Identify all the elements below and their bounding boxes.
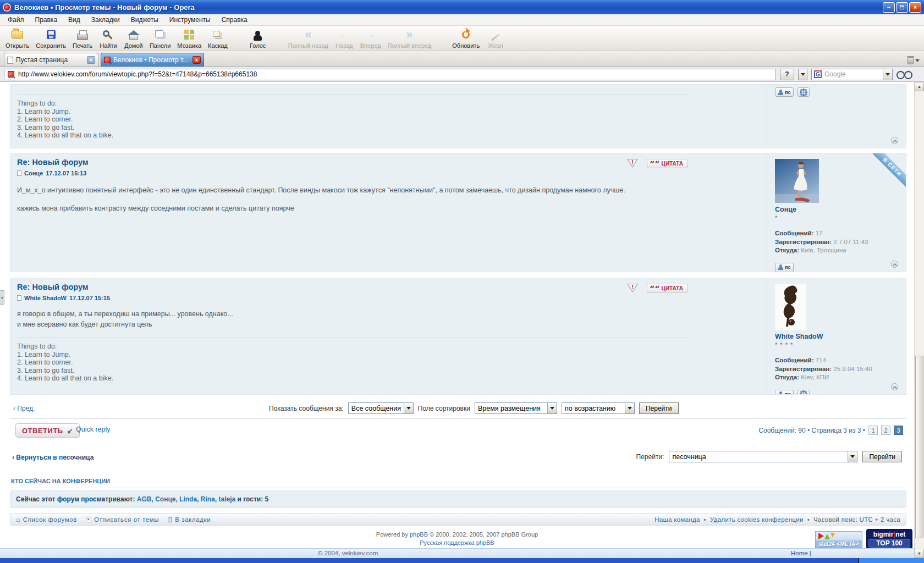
forward-icon xyxy=(365,29,376,40)
who-is-online-panel: Сейчас этот форум просматривают: AGB, Со… xyxy=(10,490,906,508)
forum-list-link[interactable]: ⌂ Список форумов xyxy=(16,515,77,523)
main-toolbar: Открыть Сохранить Печать Найти Домой Пан… xyxy=(0,26,924,51)
toolbar-print-button[interactable]: Печать xyxy=(69,27,96,49)
post-doc-icon[interactable] xyxy=(17,295,21,301)
toolbar-find-button[interactable]: Найти xyxy=(96,27,121,49)
jump-go-button[interactable]: Перейти xyxy=(862,451,902,462)
previous-page-link[interactable]: Пред. xyxy=(13,405,35,412)
voice-icon xyxy=(255,31,260,36)
scroll-down-icon[interactable]: ▼ xyxy=(915,549,924,558)
timezone-text: Часовой пояс: UTC + 2 часа xyxy=(813,516,900,523)
team-link[interactable]: Наша команда xyxy=(654,516,700,523)
taskbar-edge xyxy=(0,558,924,563)
title-bar: Велокиев • Просмотр темы - Новый форум -… xyxy=(0,0,924,14)
quote-button[interactable]: ““ ЦИТАТА xyxy=(647,284,688,293)
toolbar-open-button[interactable]: Открыть xyxy=(2,27,32,49)
phpbb-support-link[interactable]: Русская поддержка phpBB xyxy=(420,539,494,546)
back-to-top-icon[interactable] xyxy=(891,261,898,268)
back-to-top-icon[interactable] xyxy=(891,137,898,144)
toolbar-panels-button[interactable]: Панели xyxy=(146,27,174,49)
tab-close-icon[interactable]: × xyxy=(87,56,95,64)
site-home-link[interactable]: Home | xyxy=(791,550,811,556)
toolbar-voice-button[interactable]: Голос xyxy=(245,27,271,49)
poster-name-link[interactable]: White ShadoW xyxy=(775,333,906,340)
report-post-button[interactable]: ! xyxy=(627,284,638,293)
chevron-down-icon[interactable] xyxy=(625,403,634,413)
report-post-button[interactable]: ! xyxy=(627,159,638,168)
address-bar: http://www.velokiev.com/forum/viewtopic.… xyxy=(0,67,924,82)
closed-tabs-trash-icon[interactable] xyxy=(908,57,914,64)
pm-button[interactable]: пс xyxy=(775,87,794,97)
quote-icon: ““ xyxy=(650,163,659,167)
icq-button[interactable] xyxy=(798,390,810,395)
who-online-users-links[interactable]: AGB, Сонце, Linda, Rina, taleja xyxy=(137,495,235,503)
menu-bookmarks[interactable]: Закладки xyxy=(86,15,125,25)
page-1-link[interactable]: 1 xyxy=(868,426,878,435)
scrollbar-thumb[interactable] xyxy=(915,356,923,538)
return-to-forum-link[interactable]: Вернуться в песочница xyxy=(12,454,94,461)
address-dropdown-button[interactable] xyxy=(798,69,807,80)
poster-profile: пс xyxy=(767,85,906,148)
pm-button[interactable]: пс xyxy=(775,390,794,395)
help-button[interactable]: ? xyxy=(780,69,794,80)
tab-blank-page[interactable]: Пустая страница × xyxy=(4,53,98,67)
opera-logo-icon xyxy=(3,3,11,12)
toolbar-reload-button[interactable]: Обновить xyxy=(449,27,483,49)
restore-button[interactable] xyxy=(896,2,908,13)
post-author-link[interactable]: White ShadoW xyxy=(24,295,67,301)
menu-file[interactable]: Файл xyxy=(2,15,30,25)
icq-button[interactable] xyxy=(798,87,810,97)
show-posts-select[interactable]: Все сообщения xyxy=(348,402,414,414)
trash-dropdown-icon[interactable] xyxy=(915,59,920,62)
unsubscribe-link[interactable]: × Отписаться от темы xyxy=(86,516,159,523)
toolbar-tile-button[interactable]: Мозаика xyxy=(174,27,205,49)
zoom-glasses-icon[interactable] xyxy=(897,70,913,78)
page-2-link[interactable]: 2 xyxy=(881,426,890,435)
jump-forum-select[interactable]: песочница xyxy=(669,451,857,462)
menu-view[interactable]: Вид xyxy=(63,15,86,25)
tab-close-icon[interactable]: × xyxy=(193,56,201,64)
close-button[interactable]: × xyxy=(909,2,921,13)
toolbar-cascade-button[interactable]: Каскад xyxy=(205,27,231,49)
toolbar-back-button: Назад xyxy=(332,27,357,49)
chevron-down-icon[interactable] xyxy=(547,403,557,413)
post-body: я говорю в общем, а ты переходиш на прим… xyxy=(17,310,689,329)
poster-name-link[interactable]: Сонце xyxy=(775,206,906,213)
sort-order-select[interactable]: по возрастанию xyxy=(562,402,635,414)
post-doc-icon[interactable] xyxy=(17,170,21,176)
reply-button[interactable]: ОТВЕТИТЬ ↙ xyxy=(15,423,80,438)
vertical-scrollbar[interactable]: ▲ ▼ xyxy=(914,82,924,558)
sort-field-select[interactable]: Время размещения xyxy=(475,402,557,414)
bookmark-link[interactable]: В закладки xyxy=(168,516,211,523)
scroll-up-icon[interactable]: ▲ xyxy=(915,82,924,91)
menu-widgets[interactable]: Виджеты xyxy=(125,15,164,25)
quote-button[interactable]: ““ ЦИТАТА xyxy=(647,159,688,168)
menu-edit[interactable]: Правка xyxy=(30,15,63,25)
tab-velokiev[interactable]: Велокиев • Просмотр т... × xyxy=(101,53,204,67)
minimize-button[interactable]: − xyxy=(883,2,895,13)
phpbb-link[interactable]: phpBB xyxy=(410,531,428,538)
signature-divider xyxy=(17,338,689,338)
search-engine-dropdown-icon[interactable] xyxy=(883,69,892,80)
sidebar-toggle-handle[interactable] xyxy=(0,290,4,305)
chevron-down-icon[interactable] xyxy=(404,403,413,413)
search-input[interactable]: G Google xyxy=(811,69,893,80)
go-button[interactable]: Перейти xyxy=(639,402,679,414)
toolbar-save-button[interactable]: Сохранить xyxy=(32,27,69,49)
menu-help[interactable]: Справка xyxy=(216,15,253,25)
toolbar-wand-label: Жезл xyxy=(488,42,503,49)
url-input[interactable]: http://www.velokiev.com/forum/viewtopic.… xyxy=(4,69,776,80)
quick-reply-link[interactable]: Quick reply xyxy=(76,426,111,433)
signature-divider xyxy=(17,95,689,95)
post-author-link[interactable]: Сонце xyxy=(24,170,43,176)
delete-cookies-link[interactable]: Удалить cookies конференции xyxy=(710,516,804,523)
chevron-down-icon[interactable] xyxy=(848,451,857,462)
bigmir-top100-badge[interactable]: bigmir)net TOP 100 xyxy=(866,529,912,548)
person-icon xyxy=(778,90,783,95)
back-to-top-icon[interactable] xyxy=(891,383,898,390)
pm-button[interactable]: пс xyxy=(775,263,794,272)
menu-tools[interactable]: Инструменты xyxy=(164,15,216,25)
toolbar-home-button[interactable]: Домой xyxy=(121,27,146,49)
quote-icon: ““ xyxy=(650,288,659,292)
stat24-badge[interactable]: stat24 <META> xyxy=(815,531,862,548)
